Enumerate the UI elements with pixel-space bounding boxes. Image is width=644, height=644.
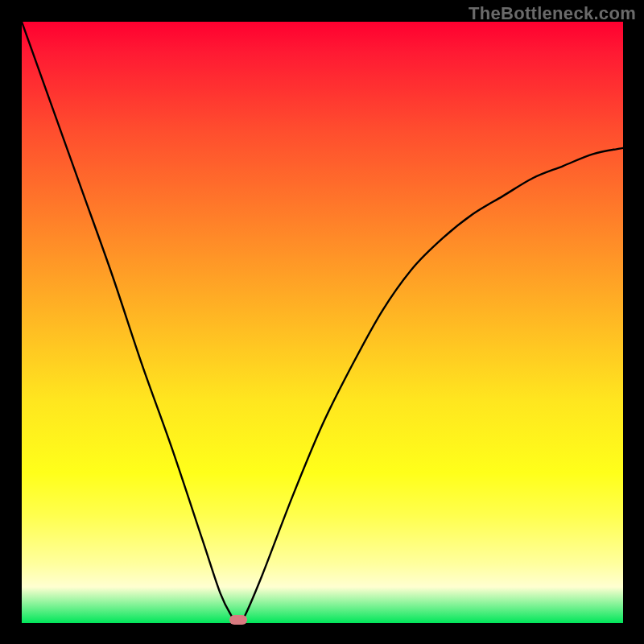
- curve-svg: [22, 22, 623, 623]
- watermark-label: TheBottleneck.com: [469, 3, 636, 24]
- plot-area: [22, 22, 623, 623]
- minimum-marker: [229, 615, 247, 625]
- bottleneck-curve: [22, 22, 623, 623]
- chart-frame: TheBottleneck.com: [0, 0, 644, 644]
